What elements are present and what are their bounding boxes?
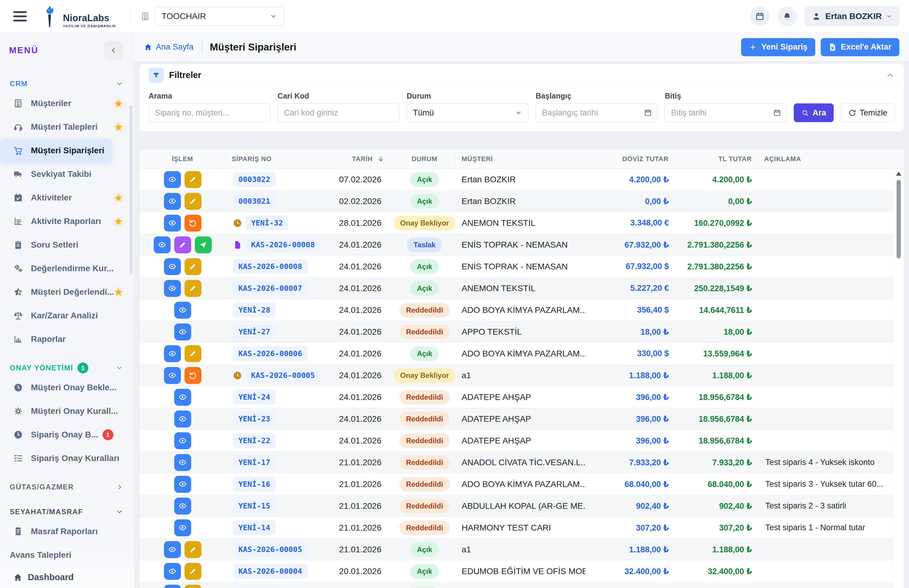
- view-order-button[interactable]: [164, 171, 181, 188]
- column-header-durum[interactable]: DURUM: [393, 149, 456, 168]
- order-number-link[interactable]: YENİ-28: [233, 303, 276, 317]
- order-number-link[interactable]: YENİ-24: [233, 390, 276, 404]
- sidebar-item-aktiviteler[interactable]: Aktiviteler★: [0, 186, 134, 210]
- clear-filters-button[interactable]: Temizle: [841, 103, 895, 122]
- order-number-link[interactable]: 0003022: [233, 172, 276, 187]
- baslangic-input[interactable]: [536, 103, 658, 122]
- sidebar-item-raporlar[interactable]: Raporlar: [0, 327, 134, 351]
- cari-kod-input[interactable]: [278, 103, 400, 122]
- scroll-up-arrow-icon[interactable]: [896, 172, 901, 176]
- view-order-button[interactable]: [164, 367, 181, 384]
- edit-order-button[interactable]: [184, 563, 201, 580]
- sidebar-item-müşteri-siparişleri[interactable]: Müşteri Siparişleri: [0, 139, 112, 162]
- user-menu[interactable]: Ertan BOZKIR: [805, 6, 899, 26]
- filters-collapse-button[interactable]: [886, 71, 895, 80]
- sidebar-section-crm[interactable]: CRM: [0, 76, 134, 92]
- view-order-button[interactable]: [174, 323, 191, 341]
- breadcrumb-home-link[interactable]: Ana Sayfa: [144, 42, 194, 52]
- view-order-button[interactable]: [174, 410, 191, 428]
- view-order-button[interactable]: [154, 236, 171, 254]
- order-number-link[interactable]: YENİ-32: [246, 216, 288, 230]
- column-header-doviz[interactable]: DÖVİZ TUTAR: [586, 149, 675, 168]
- order-number-link[interactable]: KAS-2026-00006: [233, 346, 307, 361]
- order-number-link[interactable]: 0003021: [233, 194, 276, 208]
- sidebar-item-sevkiyat-takibi[interactable]: Sevkiyat Takibi: [0, 162, 134, 186]
- view-order-button[interactable]: [174, 454, 191, 471]
- favorite-star-icon[interactable]: ★: [114, 97, 123, 110]
- view-order-button[interactable]: [164, 345, 181, 362]
- sidebar-item-müşteri-değerlendi[interactable]: Müşteri Değerlendi...★: [0, 280, 134, 304]
- view-order-button[interactable]: [174, 498, 191, 515]
- sort-descending-icon[interactable]: [377, 155, 385, 163]
- revert-order-button[interactable]: [184, 215, 201, 231]
- column-header-orderno[interactable]: SİPARİŞ NO: [226, 149, 321, 168]
- order-number-link[interactable]: YENİ-27: [233, 325, 276, 339]
- edit-order-button[interactable]: [184, 171, 201, 188]
- order-number-link[interactable]: YENİ-16: [233, 477, 276, 491]
- sidebar-section-onay-y-neti-mi-[interactable]: ONAY YÖNETİMİ1: [0, 360, 134, 376]
- column-header-tarih[interactable]: TARİH: [321, 149, 393, 168]
- sidebar-item-soru-setleri[interactable]: Soru Setleri: [0, 233, 134, 257]
- search-button[interactable]: Ara: [794, 103, 834, 122]
- order-number-link[interactable]: KAS-2026-00008: [246, 237, 320, 252]
- favorite-star-icon[interactable]: ★: [114, 286, 123, 298]
- view-order-button[interactable]: [174, 519, 191, 536]
- new-order-button[interactable]: Yeni Sipariş: [741, 38, 815, 56]
- order-number-link[interactable]: KAS-2026-00005: [233, 542, 307, 557]
- order-number-link[interactable]: YENİ-23: [233, 412, 276, 426]
- send-order-button[interactable]: [195, 236, 212, 254]
- revert-order-button[interactable]: [184, 367, 201, 384]
- sidebar-item-kar-zarar-analizi[interactable]: Kar/Zarar Analizi: [0, 304, 134, 327]
- view-order-button[interactable]: [174, 432, 191, 449]
- bitis-input[interactable]: [665, 103, 786, 122]
- sidebar-item-avans-talepleri[interactable]: Avans Talepleri: [0, 543, 134, 566]
- favorite-star-icon[interactable]: ★: [114, 121, 123, 133]
- order-number-link[interactable]: KAS-2026-00005: [246, 368, 320, 383]
- view-order-button[interactable]: [164, 215, 181, 231]
- sidebar-item-aktivite-raporları[interactable]: Aktivite Raporları★: [0, 210, 134, 233]
- company-selector[interactable]: TOOCHAIR: [155, 7, 284, 26]
- view-order-button[interactable]: [174, 302, 191, 319]
- order-number-link[interactable]: [233, 586, 287, 588]
- edit-draft-button[interactable]: [174, 236, 191, 254]
- edit-order-button[interactable]: [184, 258, 201, 275]
- notifications-button[interactable]: [777, 6, 797, 26]
- sidebar-section-seyahat-masraf[interactable]: SEYAHAT/MASRAF: [0, 504, 134, 520]
- column-header-note[interactable]: AÇIKLAMA: [758, 149, 891, 168]
- edit-order-button[interactable]: [184, 193, 201, 210]
- view-order-button[interactable]: [174, 476, 191, 493]
- view-order-button[interactable]: [164, 585, 181, 588]
- arama-input[interactable]: [149, 103, 270, 122]
- sidebar-item-sipariş-onay-kuralları[interactable]: Sipariş Onay Kuralları: [0, 446, 134, 470]
- column-header-islem[interactable]: İŞLEM: [139, 149, 226, 168]
- view-order-button[interactable]: [164, 541, 181, 558]
- durum-select[interactable]: Tümü: [406, 103, 529, 122]
- sidebar-item-müşteriler[interactable]: Müşteriler★: [0, 92, 134, 115]
- view-order-button[interactable]: [164, 563, 181, 580]
- edit-order-button[interactable]: [184, 541, 201, 558]
- favorite-star-icon[interactable]: ★: [114, 192, 123, 204]
- calendar-button[interactable]: [750, 6, 770, 26]
- order-number-link[interactable]: KAS-2026-00007: [233, 281, 307, 296]
- sidebar-item-dashboard[interactable]: Dashboard: [0, 566, 134, 588]
- sidebar-item-müşteri-onay-kurall[interactable]: Müşteri Onay Kurall...: [0, 399, 134, 423]
- sidebar-item-masraf-raporları[interactable]: Masraf Raporları: [0, 520, 134, 543]
- export-excel-button[interactable]: Excel'e Aktar: [821, 38, 899, 56]
- order-number-link[interactable]: YENİ-17: [233, 455, 276, 470]
- edit-order-button[interactable]: [184, 585, 201, 588]
- table-scrollbar-thumb[interactable]: [897, 180, 901, 258]
- sidebar-item-müşteri-onay-bekle[interactable]: Müşteri Onay Bekle...: [0, 376, 134, 399]
- favorite-star-icon[interactable]: ★: [114, 215, 123, 227]
- sidebar-section-g-tas-gazmer[interactable]: GÜTAS/GAZMER: [0, 479, 134, 495]
- order-number-link[interactable]: YENİ-22: [233, 433, 276, 448]
- sidebar-collapse-button[interactable]: [104, 41, 123, 60]
- view-order-button[interactable]: [174, 389, 191, 406]
- order-number-link[interactable]: YENİ-14: [233, 520, 276, 535]
- column-header-musteri[interactable]: MÜŞTERİ: [456, 149, 586, 168]
- sidebar-item-müşteri-talepleri[interactable]: Müşteri Talepleri★: [0, 115, 134, 139]
- column-header-tl[interactable]: TL TUTAR: [675, 149, 758, 168]
- sidebar-item-sipariş-onay-b[interactable]: Sipariş Onay B...1: [0, 423, 134, 446]
- hamburger-menu-icon[interactable]: [13, 11, 27, 21]
- view-order-button[interactable]: [164, 193, 181, 210]
- view-order-button[interactable]: [164, 258, 181, 275]
